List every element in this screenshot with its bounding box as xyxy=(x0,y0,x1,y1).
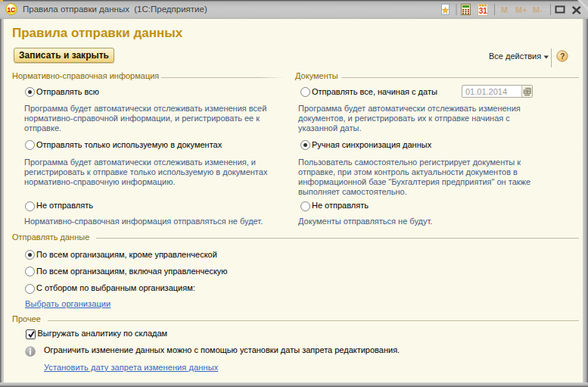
svg-text:М: М xyxy=(501,5,508,14)
svg-text:1C: 1C xyxy=(7,6,15,14)
svg-text:31: 31 xyxy=(479,7,488,15)
svg-text:?: ? xyxy=(560,51,565,61)
svg-text:М-: М- xyxy=(533,5,543,14)
svg-text:М+: М+ xyxy=(515,5,527,14)
